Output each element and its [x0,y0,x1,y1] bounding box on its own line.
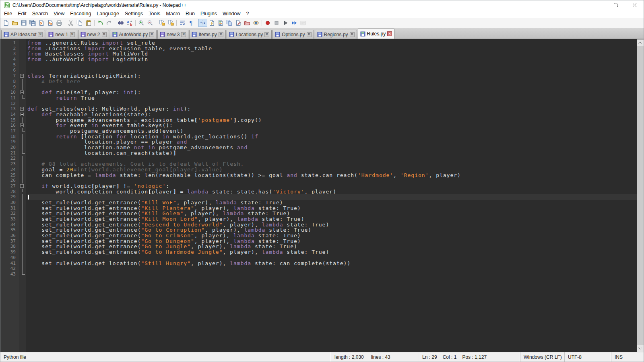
close-button[interactable] [625,0,644,10]
menu-item[interactable]: ? [244,10,252,18]
menu-language[interactable]: Language [94,10,122,18]
tab-regions-py[interactable]: Regions.py✕ [315,30,357,39]
close-tab-icon[interactable]: ✕ [70,32,75,37]
zoom-out-button[interactable] [146,19,155,27]
zoom-in-button[interactable] [137,19,146,27]
redo-button[interactable] [105,19,114,27]
fold-guide [19,84,26,90]
fold-collapse-marker[interactable] [19,123,26,128]
tab-options-py[interactable]: Options.py✕ [272,30,314,39]
print-button[interactable] [55,19,64,27]
open-file-button[interactable] [10,19,19,27]
scrollbar-thumb[interactable] [637,46,644,345]
tab-new-3[interactable]: new 3✕ [157,30,188,39]
show-all-characters-button[interactable]: ¶ [187,19,196,27]
tab-items-py[interactable]: Items.py✕ [189,30,225,39]
menu-window[interactable]: Window [220,10,243,18]
code-token: player [152,189,173,195]
macro-save-button[interactable] [299,19,308,27]
code-line: set_rule(world.get_entrance("Kill Moon L… [27,216,644,222]
function-list-button[interactable] [207,19,216,27]
fold-collapse-marker[interactable] [19,106,26,112]
code-line: class TerrariaLogic(LogicMixin): [27,73,644,79]
undo-button[interactable] [96,19,105,27]
scroll-down-arrow[interactable] [637,345,644,352]
code-line: location.name not in postgame_advancemen… [27,145,644,150]
restore-button[interactable] [607,0,625,10]
menu-view[interactable]: View [51,10,67,18]
menu-plugins[interactable]: Plugins [198,10,220,18]
tab-ap-ideas-txt[interactable]: AP Ideas.txt✕ [1,30,45,39]
sync-scroll-v-button[interactable] [157,19,166,27]
tab-new-1[interactable]: new 1✕ [46,30,77,39]
line-number: 34 [0,222,16,228]
scroll-up-arrow[interactable] [637,39,644,46]
cut-button[interactable] [66,19,75,27]
word-wrap-button[interactable] [178,19,187,27]
saved-file-icon [229,32,234,37]
minimize-button[interactable] [588,0,607,10]
tab-locations-py[interactable]: Locations.py✕ [227,30,272,39]
document-list-button[interactable] [225,19,234,27]
code-line: def rule(self, player: int): [27,90,644,95]
fold-guide [19,173,26,178]
close-tab-icon[interactable]: ✕ [387,31,392,36]
line-number: 22 [0,156,16,161]
title-bar: C:\Users\Dood\Documents\tmp\Archipelago\… [0,0,644,10]
fold-collapse-marker[interactable] [19,112,26,117]
menu-run[interactable]: Run [183,10,198,18]
code-line: set_rule(world.get_entrance("Go to Dunge… [27,239,644,244]
menu-edit[interactable]: Edit [15,10,29,18]
tab-rules-py[interactable]: Rules.py✕ [358,29,395,39]
file-monitoring-button[interactable] [252,19,260,27]
copy-button[interactable] [75,19,84,27]
status-length-lines: length : 2,030lines : 43 [331,352,419,362]
macro-stop-button[interactable] [272,19,281,27]
menu-macro[interactable]: Macro [163,10,183,18]
indent-guide-button[interactable] [198,19,207,27]
fold-collapse-marker[interactable] [19,73,26,79]
sync-scroll-h-button[interactable] [166,19,175,27]
code-line: set_rule(world.get_location("Still Hungr… [27,261,644,266]
menu-search[interactable]: Search [29,10,51,18]
save-all-button[interactable] [28,19,37,27]
menu-encoding[interactable]: Encoding [67,10,94,18]
close-tab-icon[interactable]: ✕ [219,32,223,37]
close-tab-icon[interactable]: ✕ [102,32,107,37]
close-tab-icon[interactable]: ✕ [264,32,269,37]
menu-file[interactable]: File [1,10,15,18]
edit-tracker-button[interactable] [234,19,243,27]
close-all-button[interactable] [46,19,55,27]
macro-record-button[interactable] [263,19,272,27]
tab-new-2[interactable]: new 2✕ [78,30,109,39]
macro-run-multiple-button[interactable] [290,19,299,27]
code-line: can_complete = lambda state: len(reachab… [27,173,644,178]
code-area[interactable]: from ..generic.Rules import set_rulefrom… [26,39,644,352]
folder-as-workspace-button[interactable] [243,19,252,27]
close-tab-icon[interactable]: ✕ [38,32,43,37]
line-number: 6 [0,68,16,73]
find-button[interactable] [116,19,125,27]
copy-icon [76,20,83,26]
close-tab-icon[interactable]: ✕ [149,32,154,37]
menu-settings[interactable]: Settings [122,10,146,18]
close-tab-icon[interactable]: ✕ [307,32,312,37]
document-map-button[interactable] [216,19,225,27]
paste-button[interactable] [84,19,93,27]
code-token: state: state.has( [208,189,272,195]
fold-guide [19,167,26,173]
menu-tools[interactable]: Tools [146,10,163,18]
fold-collapse-marker[interactable] [19,183,26,189]
code-token: if [251,134,258,140]
close-button[interactable] [37,19,46,27]
save-button[interactable] [19,19,28,27]
close-tab-icon[interactable]: ✕ [181,32,186,37]
tab-autoworld-py[interactable]: AutoWorld.py✕ [110,30,157,39]
fold-collapse-marker[interactable] [19,90,26,95]
replace-button[interactable]: ab [125,19,134,27]
code-line: from .Locations import exclusion_table, … [27,46,644,51]
macro-play-button[interactable] [281,19,290,27]
new-file-button[interactable] [2,19,10,27]
close-tab-icon[interactable]: ✕ [350,32,355,37]
code-token: state: True) [283,249,330,255]
